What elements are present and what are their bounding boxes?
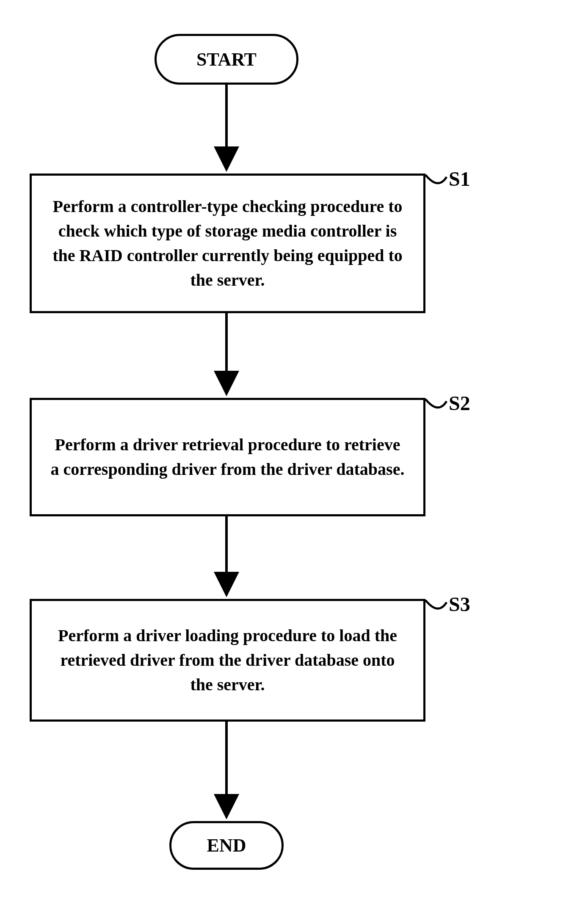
process-s3-text: Perform a driver loading procedure to lo… [49, 623, 406, 697]
process-s2: Perform a driver retrieval procedure to … [30, 398, 425, 516]
start-label: START [196, 49, 257, 70]
process-s2-label: S2 [449, 391, 470, 415]
leader-s2 [425, 399, 447, 408]
end-terminal: END [169, 821, 284, 870]
process-s2-text: Perform a driver retrieval procedure to … [49, 433, 406, 482]
process-s1: Perform a controller-type checking proce… [30, 174, 425, 313]
process-s1-label: S1 [449, 167, 470, 190]
leader-s1 [425, 175, 447, 183]
flowchart-canvas: START Perform a controller-type checking… [0, 0, 588, 907]
start-terminal: START [155, 34, 298, 85]
process-s3: Perform a driver loading procedure to lo… [30, 599, 425, 722]
process-s1-text: Perform a controller-type checking proce… [49, 194, 406, 292]
process-s3-label: S3 [449, 593, 470, 616]
end-label: END [207, 835, 246, 856]
leader-s3 [425, 600, 447, 609]
